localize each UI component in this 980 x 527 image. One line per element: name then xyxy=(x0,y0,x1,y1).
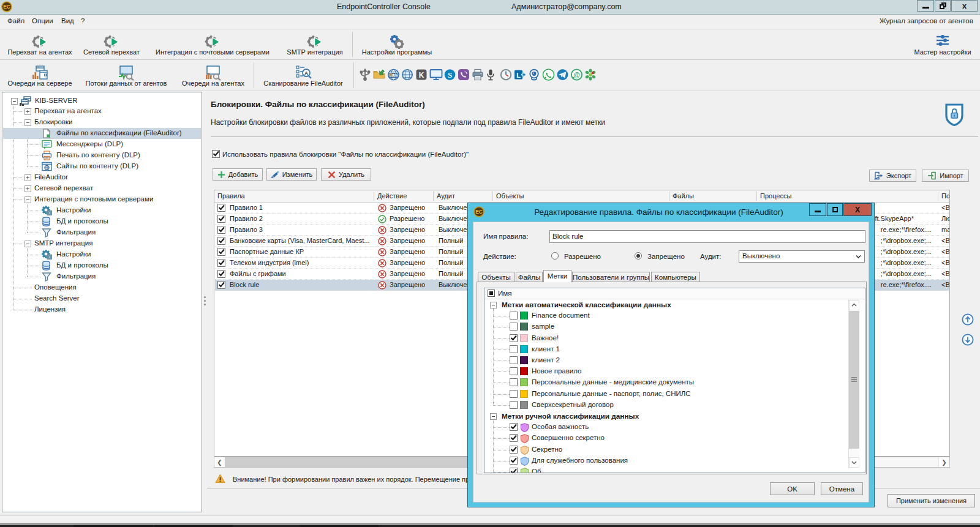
tree-item-бд-и-протоколы[interactable]: БД и протоколы xyxy=(2,216,202,227)
tab-объекты[interactable]: Объекты xyxy=(478,272,514,282)
label-group-1[interactable]: Метки автоматической классификации данны… xyxy=(484,299,865,310)
import-button[interactable]: Импорт xyxy=(922,170,969,182)
label-item-finance-document[interactable]: Finance document xyxy=(484,310,865,321)
tree-item-интеграция-с-почтовыми-серверами[interactable]: Интеграция с почтовыми серверами xyxy=(2,194,202,205)
tree-item-smtp-интеграция[interactable]: SMTP интеграция xyxy=(2,238,202,249)
label-item-важное-[interactable]: Важное! xyxy=(484,333,865,344)
delete-rule-button[interactable]: Удалить xyxy=(321,168,371,181)
usb-icon[interactable] xyxy=(359,69,371,81)
label-item-персональные-данные-паспорт-полис-снилс[interactable]: Персональные данные - паспорт, полис, СН… xyxy=(484,389,865,400)
toolbar-button-smtp-интеграция[interactable]: SMTP интеграция xyxy=(281,29,349,59)
labels-list-scrollbar[interactable] xyxy=(848,299,859,468)
column-header-5[interactable]: Файлы xyxy=(673,192,694,200)
label-checkbox[interactable] xyxy=(510,378,518,386)
label-checkbox[interactable] xyxy=(510,323,518,331)
use-rules-checkbox[interactable] xyxy=(212,150,220,158)
label-item-совершенно-секретно[interactable]: Совершенно секретно xyxy=(484,433,865,444)
dialog-minimize-button[interactable] xyxy=(809,203,826,216)
tree-item-бд-и-протоколы[interactable]: БД и протоколы xyxy=(2,260,202,271)
minimize-button[interactable] xyxy=(917,0,934,12)
add-rule-button[interactable]: Добавить xyxy=(213,168,263,181)
label-item-об[interactable]: Об xyxy=(484,466,865,473)
tree-item-оповещения[interactable]: Оповещения xyxy=(2,282,202,293)
dialog-maximize-button[interactable] xyxy=(827,203,843,216)
tree-item-сетевой-перехват[interactable]: Сетевой перехват xyxy=(2,183,202,194)
row-checkbox[interactable] xyxy=(217,237,225,245)
folder-incoming-icon[interactable] xyxy=(373,69,385,81)
label-checkbox[interactable] xyxy=(510,457,518,465)
lync-icon[interactable]: L xyxy=(514,69,526,81)
rule-name-input[interactable]: Block rule xyxy=(549,230,865,243)
tree-item-лицензия[interactable]: Лицензия xyxy=(2,304,202,315)
row-checkbox[interactable] xyxy=(217,226,225,234)
tab-пользователи-и-группы[interactable]: Пользователи и группы xyxy=(572,272,650,282)
dialog-close-button[interactable]: X xyxy=(843,203,872,216)
label-checkbox[interactable] xyxy=(510,367,518,375)
label-item-секретно[interactable]: Секретно xyxy=(484,444,865,455)
telegram-icon[interactable] xyxy=(556,69,568,81)
row-checkbox[interactable] xyxy=(217,204,225,212)
tree-item-сайты-по-контенту-dlp-[interactable]: Сайты по контенту (DLP) xyxy=(2,161,202,172)
tree-item-search-server[interactable]: Search Server xyxy=(2,293,202,304)
label-group-2[interactable]: Метки ручной классификации данных xyxy=(484,411,865,422)
column-header-2[interactable]: Действие xyxy=(377,192,407,200)
tree-expander-expanded[interactable] xyxy=(24,119,31,126)
ok-button[interactable]: OK xyxy=(770,482,815,495)
export-button[interactable]: Экспорт xyxy=(869,170,916,182)
viber-icon[interactable] xyxy=(458,69,470,81)
label-checkbox[interactable] xyxy=(510,468,518,473)
column-header-1[interactable]: Правила xyxy=(217,192,245,200)
icq-icon[interactable] xyxy=(584,69,597,81)
label-item-sample[interactable]: sample xyxy=(484,321,865,332)
http-icon[interactable]: HTTP xyxy=(387,69,399,81)
column-header-3[interactable]: Аудит xyxy=(437,192,455,200)
tree-item-печать-по-контенту-dlp-[interactable]: Печать по контенту (DLP) xyxy=(2,150,202,161)
toolbar-button-настройки-программы[interactable]: Настройки программы xyxy=(355,29,439,59)
label-checkbox[interactable] xyxy=(510,423,518,431)
restore-button[interactable] xyxy=(935,0,951,12)
tree-expander-collapsed[interactable] xyxy=(24,108,31,115)
label-checkbox[interactable] xyxy=(510,334,518,342)
tree-item-fileauditor[interactable]: FileAuditor xyxy=(2,172,202,183)
group-expander-expanded[interactable] xyxy=(490,302,497,308)
row-checkbox[interactable] xyxy=(217,248,225,256)
tree-item-фильтрация[interactable]: Фильтрация xyxy=(2,227,202,238)
apply-changes-button[interactable]: Применить изменения xyxy=(888,494,975,507)
label-checkbox[interactable] xyxy=(510,446,518,454)
menu-4[interactable]: ? xyxy=(80,17,86,24)
monitor-icon[interactable] xyxy=(429,69,442,81)
mailagent-icon[interactable]: @ xyxy=(570,69,582,81)
row-checkbox[interactable] xyxy=(217,259,225,267)
close-button[interactable]: x xyxy=(951,0,978,12)
agent-requests-log-link[interactable]: Журнал запросов от агентов xyxy=(878,17,974,24)
keylogger-icon[interactable]: K xyxy=(415,69,428,81)
column-header-4[interactable]: Объекты xyxy=(496,192,524,200)
tree-item-мессенджеры-dlp-[interactable]: Мессенджеры (DLP) xyxy=(2,139,202,150)
tree-item-kib-server[interactable]: KIB-SERVER xyxy=(2,95,202,107)
toolbar-button-интеграция-с-почтовыми-серверами[interactable]: Интеграция с почтовыми серверами xyxy=(146,29,279,59)
printer-icon[interactable] xyxy=(472,69,484,81)
header-checkbox[interactable] xyxy=(488,290,495,297)
label-checkbox[interactable] xyxy=(510,434,518,442)
label-checkbox[interactable] xyxy=(510,312,518,320)
denied-radio[interactable] xyxy=(635,252,642,260)
label-checkbox[interactable] xyxy=(510,401,518,409)
tab-файлы[interactable]: Файлы xyxy=(516,272,543,282)
toolbar-button-перехват-на-агентах[interactable]: Перехват на агентах xyxy=(2,29,77,59)
tree-item-файлы-по-классификации-fileauditor-[interactable]: Файлы по классификации (FileAuditor) xyxy=(2,128,202,139)
row-checkbox[interactable] xyxy=(217,270,225,278)
scrollbar-thumb[interactable] xyxy=(849,311,859,449)
label-item-для-служебного-пользования[interactable]: Для служебного пользования xyxy=(484,455,865,466)
tree-expander-collapsed[interactable] xyxy=(24,174,31,181)
scroll-up-arrow-icon[interactable] xyxy=(849,300,859,310)
toolbar-button-сканирование-fileauditor[interactable]: AСканирование FileAuditor xyxy=(257,60,349,91)
label-checkbox[interactable] xyxy=(510,345,518,353)
allowed-radio-label[interactable]: Разрешено xyxy=(564,253,601,260)
column-header-6[interactable]: Процессы xyxy=(760,192,791,200)
clock-icon[interactable] xyxy=(500,69,512,81)
scroll-left-arrow-icon[interactable]: ❮ xyxy=(214,457,225,467)
scroll-down-arrow-icon[interactable] xyxy=(849,457,859,468)
edit-rule-button[interactable]: Изменить xyxy=(266,168,317,181)
webcam-icon[interactable] xyxy=(528,69,540,81)
tree-expander-expanded[interactable] xyxy=(24,196,31,203)
